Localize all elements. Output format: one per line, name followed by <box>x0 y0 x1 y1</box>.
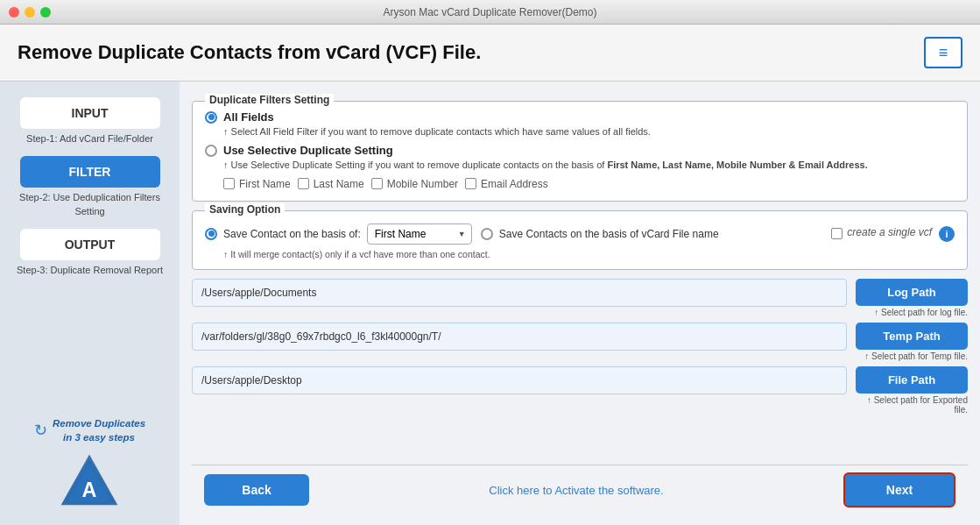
sidebar-output-desc: Step-3: Duplicate Removal Report <box>17 264 163 277</box>
all-fields-row[interactable]: All Fields <box>205 110 955 124</box>
file-path-btn-wrap: File Path ↑ Select path for Exported fil… <box>856 366 968 415</box>
all-fields-radio[interactable] <box>205 111 217 124</box>
last-name-checkbox[interactable] <box>298 178 309 189</box>
log-path-input[interactable] <box>192 279 847 307</box>
mobile-checkbox[interactable] <box>371 178 383 189</box>
app-title: Remove Duplicate Contacts from vCard (VC… <box>18 41 481 64</box>
file-path-desc: ↑ Select path for Exported file. <box>856 395 968 415</box>
vcf-label: create a single vcf <box>847 226 932 238</box>
log-path-button[interactable]: Log Path <box>856 279 968 306</box>
log-path-input-wrap <box>192 279 847 317</box>
save-basis-select[interactable]: First Name Last Name Mobile Number Email… <box>367 223 472 245</box>
temp-path-btn-wrap: Temp Path ↑ Select path for Temp file. <box>856 323 968 361</box>
save-basis-radio[interactable] <box>205 228 217 240</box>
save-basis-label: Save Contact on the basis of: <box>223 228 361 240</box>
filters-panel: Duplicate Filters Setting All Fields ↑ S… <box>192 101 968 202</box>
log-path-row: Log Path ↑ Select path for log file. <box>192 279 968 317</box>
filter-checkboxes: First Name Last Name Mobile Number Email… <box>223 178 955 190</box>
svg-text:A: A <box>82 479 97 501</box>
vcf-checkbox[interactable] <box>831 228 843 239</box>
minimize-button[interactable] <box>25 7 35 18</box>
all-fields-desc: ↑ Select All Field Filter if you want to… <box>223 125 955 138</box>
all-fields-label: All Fields <box>223 110 274 124</box>
log-path-desc: ↑ Select path for log file. <box>874 308 968 317</box>
sidebar-logo-area: ↻ Remove Duplicates in 3 easy steps A <box>34 416 145 514</box>
save-basis-select-wrapper[interactable]: First Name Last Name Mobile Number Email… <box>367 223 472 245</box>
saving-panel: Saving Option Save Contact on the basis … <box>192 210 968 271</box>
selective-label: Use Selective Duplicate Setting <box>223 144 393 157</box>
temp-path-button[interactable]: Temp Path <box>856 323 968 350</box>
back-button[interactable]: Back <box>204 474 309 506</box>
saving-right: Save Contacts on the basis of vCard File… <box>481 228 719 240</box>
file-name-radio[interactable] <box>481 228 493 240</box>
email-checkbox[interactable] <box>465 178 476 189</box>
activate-link[interactable]: Click here to Activate the software. <box>489 484 663 497</box>
window-controls[interactable] <box>9 7 51 18</box>
close-button[interactable] <box>9 7 19 18</box>
vcf-sub-text: ↑ It will merge contact(s) only if a vcf… <box>223 249 490 259</box>
sidebar-item-filter[interactable]: FILTER <box>20 156 160 188</box>
saving-left: Save Contact on the basis of: First Name… <box>205 223 472 245</box>
saving-legend: Saving Option <box>205 203 285 216</box>
first-name-checkbox[interactable] <box>223 178 235 189</box>
temp-path-desc: ↑ Select path for Temp file. <box>864 351 968 361</box>
vcf-checkbox-area: create a single vcf <box>831 226 932 239</box>
menu-button[interactable]: ≡ <box>924 37 962 68</box>
selective-row[interactable]: Use Selective Duplicate Setting <box>205 144 955 157</box>
sidebar-input-desc: Step-1: Add vCard File/Folder <box>26 132 153 145</box>
maximize-button[interactable] <box>40 7 51 18</box>
temp-path-input-wrap <box>192 323 847 361</box>
next-button[interactable]: Next <box>843 472 955 507</box>
sidebar-filter-desc: Step-2: Use Deduplication Filters Settin… <box>11 191 169 218</box>
app-logo: A <box>58 451 121 514</box>
temp-path-input[interactable] <box>192 323 847 351</box>
selective-radio[interactable] <box>205 145 217 157</box>
file-path-row: File Path ↑ Select path for Exported fil… <box>192 366 968 415</box>
refresh-icon: ↻ <box>34 421 47 440</box>
checkbox-last-name[interactable]: Last Name <box>298 178 364 190</box>
paths-section: Log Path ↑ Select path for log file. Tem… <box>192 279 968 456</box>
checkbox-email[interactable]: Email Address <box>465 178 548 190</box>
log-path-btn-wrap: Log Path ↑ Select path for log file. <box>856 279 968 317</box>
app-header: Remove Duplicate Contacts from vCard (VC… <box>0 25 980 82</box>
sidebar-item-input[interactable]: INPUT <box>20 97 160 129</box>
file-path-button[interactable]: File Path <box>856 366 968 394</box>
sidebar: INPUT Step-1: Add vCard File/Folder FILT… <box>0 82 180 525</box>
title-bar: Aryson Mac vCard Duplicate Remover(Demo) <box>0 0 980 25</box>
selective-desc: ↑ Use Selective Duplicate Setting if you… <box>223 159 955 172</box>
menu-icon: ≡ <box>939 44 948 62</box>
sidebar-item-output[interactable]: OUTPUT <box>20 229 160 260</box>
info-icon[interactable]: i <box>939 226 955 242</box>
checkbox-first-name[interactable]: First Name <box>223 178 291 190</box>
temp-path-row: Temp Path ↑ Select path for Temp file. <box>192 323 968 361</box>
sidebar-logo-text: Remove Duplicates in 3 easy steps <box>53 416 145 444</box>
saving-options-row: Save Contact on the basis of: First Name… <box>205 223 955 245</box>
file-path-input[interactable] <box>192 366 847 394</box>
bottom-bar: Back Click here to Activate the software… <box>192 465 968 514</box>
vcf-option: create a single vcf i <box>831 226 955 242</box>
checkbox-mobile[interactable]: Mobile Number <box>371 178 458 190</box>
filters-legend: Duplicate Filters Setting <box>205 94 334 106</box>
file-path-input-wrap <box>192 366 847 415</box>
window-title: Aryson Mac vCard Duplicate Remover(Demo) <box>383 6 596 18</box>
file-name-label: Save Contacts on the basis of vCard File… <box>499 228 719 240</box>
main-content: Duplicate Filters Setting All Fields ↑ S… <box>180 82 980 525</box>
